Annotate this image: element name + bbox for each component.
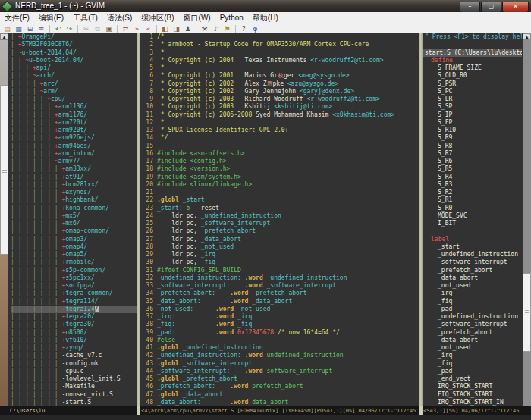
replace-button[interactable]: ⇄ [121, 25, 130, 33]
redo-button[interactable]: ↷ [64, 25, 74, 33]
tree-dir-item[interactable]: | | | | | | +arm720t/ [11, 119, 137, 127]
menu-item-3[interactable]: 工具(T) [68, 12, 102, 24]
taglist-tag-item[interactable]: _data_abort [425, 337, 522, 344]
taglist-tag-item[interactable]: S_R3 [425, 181, 522, 189]
tree-file-item[interactable]: | | | | | | | -start.S [11, 399, 137, 406]
tree-dir-item[interactable]: | | | | | | | +u8500/ [11, 329, 137, 337]
tree-dir-item[interactable]: | | | | | | | +exynos/ [11, 189, 137, 196]
tree-dir-item[interactable]: | | | | | | +arm1136/ [11, 103, 137, 111]
taglist-tag-item[interactable]: S_R8 [425, 143, 522, 150]
tree-dir-item[interactable]: | +STM32F030C8T6/ [11, 41, 137, 49]
code-line[interactable]: 1/* [140, 33, 419, 41]
taglist-tag-item[interactable]: S_R4 [425, 174, 522, 181]
code-line[interactable]: 20#include <linux/linkage.h> [140, 181, 419, 189]
taglist-tag-item[interactable]: _software_interrupt [425, 321, 522, 328]
taglist-tag-item[interactable]: S_IP [425, 111, 522, 119]
menu-item-1[interactable]: 文件(F) [0, 12, 34, 24]
taglist-tag-item[interactable]: MODE_SVC [425, 212, 522, 220]
open-button[interactable]: ▤ [2, 25, 12, 33]
taglist-tag-item[interactable]: _not_used [425, 344, 522, 352]
code-line[interactable]: 32_undefined_instruction: .word _undefin… [140, 274, 419, 282]
run-script-button[interactable]: ♟ [183, 25, 193, 33]
taglist-tag-item[interactable]: IRQ_STACK_START [425, 383, 522, 390]
find-next-button[interactable]: » [132, 25, 142, 33]
taglist-tag-item[interactable]: _end_vect [425, 375, 522, 383]
taglist-tag-item[interactable]: FIQ_STACK_START [425, 391, 522, 399]
help-button[interactable]: ? [239, 25, 249, 33]
tree-dir-item[interactable]: | | | | | | | +at91/ [11, 174, 137, 181]
tree-file-item[interactable]: | | | | | | | -config.mk [11, 360, 137, 368]
code-line[interactable]: 16#include <asm-offsets.h> [140, 150, 419, 158]
tree-dir-item[interactable]: | | | | | | | +tegra-common/ [11, 290, 137, 297]
title-bar[interactable]: NERD_tree_1 - (~) - GVIM –▢✕ [0, 0, 531, 12]
code-line[interactable]: 36_not_used: .word _not_used [140, 306, 419, 313]
code-line[interactable]: 6 * Copyright (c) 2001 Marius Gr枚ger <ma… [140, 72, 419, 80]
tree-file-item[interactable]: | | | | | | | -nonsec_virt.S [11, 391, 137, 399]
tree-dir-item[interactable]: | | | | | | | +rmobile/ [11, 259, 137, 266]
code-line[interactable]: 40#else [140, 337, 419, 344]
nerdtree-panel[interactable]: | +OrangePi/| +STM32F030C8T6/| ~u-boot-2… [8, 33, 137, 406]
taglist-tag-item[interactable]: _pad [425, 368, 522, 375]
left-scrollbar-thumb[interactable] [0, 85, 8, 255]
tree-dir-item[interactable]: | | | ~arch/ [11, 72, 137, 80]
tag-jump-button[interactable]: ⚑ [222, 25, 232, 33]
tree-dir-item[interactable]: | | | | | | +arm1176/ [11, 111, 137, 119]
tree-dir-item[interactable]: | | | | | | | +socfpga/ [11, 282, 137, 290]
taglist-tag-item[interactable]: _software_interrupt [425, 259, 522, 266]
tree-dir-item[interactable]: | | | | | | | +omap4/ [11, 243, 137, 251]
taglist-tag-item[interactable]: S_R5 [425, 165, 522, 173]
find-help-button[interactable]: φ [250, 25, 260, 33]
code-line[interactable]: 9 * Copyright (c) 2003 Richard Woodruff … [140, 96, 419, 103]
code-line[interactable]: 11 * Copyright (c) 2006-2008 Syed Mohamm… [140, 111, 419, 119]
menu-item-7[interactable]: Python [215, 12, 248, 24]
code-line[interactable]: 18#include <version.h> [140, 165, 419, 173]
code-line[interactable]: 8 * Copyright (c) 2002 Gary Jennejohn <g… [140, 88, 419, 96]
code-line[interactable]: 19#include <asm/system.h> [140, 174, 419, 181]
taglist-tag-item[interactable]: _data_abort [425, 274, 522, 282]
code-line[interactable]: 7 * Copyright (c) 2002 Alex Z眉pke <azu@s… [140, 80, 419, 88]
tree-dir-item[interactable]: | | ~u-boot-2014.04/ [11, 57, 137, 64]
taglist-tag-item[interactable]: S_R10 [425, 127, 522, 134]
code-line[interactable]: 37_irq: .word _irq [140, 313, 419, 321]
code-line[interactable]: 31#ifdef CONFIG_SPL_BUILD [140, 267, 419, 274]
code-line[interactable]: 33_software_interrupt: .word _software_i… [140, 282, 419, 290]
tree-dir-item[interactable]: | | | | | | | +omap5/ [11, 251, 137, 259]
command-line[interactable] [0, 415, 531, 420]
taglist-tag-item[interactable]: S_R6 [425, 158, 522, 165]
tree-file-item[interactable]: | | | | | | | -Makefile [11, 383, 137, 390]
taglist-tag-item[interactable]: I_BIT [425, 220, 522, 227]
taglist-tag-item[interactable]: _undefined_instruction [425, 251, 522, 259]
tree-dir-item[interactable]: | | | | | | | +zynq/ [11, 344, 137, 352]
taglist-tag-item[interactable]: S_R9 [425, 134, 522, 142]
scroll-up-arrow[interactable]: ▲ [523, 33, 531, 40]
tree-dir-item[interactable]: | | | | | | | +omap-common/ [11, 227, 137, 235]
code-line[interactable]: 38_fiq: .word _fiq [140, 321, 419, 328]
taglist-tag-item[interactable]: _prefetch_abort [425, 329, 522, 337]
code-line[interactable]: 3 * [140, 49, 419, 57]
tree-dir-item[interactable]: | | | | | | | +s5pc1xx/ [11, 274, 137, 282]
taglist-tag-item[interactable]: S_OLD_R0 [425, 72, 522, 80]
code-line[interactable]: 39_pad: .word 0x12345678 /* now 16*4=64 … [140, 329, 419, 337]
tree-file-item[interactable]: | | | | | | | -cpu.c [11, 368, 137, 375]
taglist-tag-item[interactable]: _prefetch_abort [425, 267, 522, 274]
code-line[interactable]: 26 ldr pc, _prefetch_abort [140, 227, 419, 235]
code-line[interactable]: 13 * SPDX-License-Identifier: GPL-2.0+ [140, 127, 419, 134]
print-button[interactable]: ≡ [36, 25, 46, 33]
code-line[interactable]: 45.globl _prefetch_abort [140, 375, 419, 383]
tree-dir-item[interactable]: | | | | | | +arm926ejs/ [11, 134, 137, 142]
load-session-button[interactable]: ◧ [160, 25, 170, 33]
taglist-tag-item[interactable]: _undefined_instruction [425, 313, 522, 321]
taglist-tag-item[interactable]: S_PSR [425, 80, 522, 88]
tree-dir-item[interactable]: | | | | | | +arm_intcm/ [11, 150, 137, 158]
taglist-tag-item[interactable]: _pad [425, 306, 522, 313]
taglist-tag-item[interactable]: IRQ_STACK_START_IN [425, 399, 522, 406]
taglist-tag-item[interactable]: _irq [425, 352, 522, 359]
menu-item-8[interactable]: 帮助(H) [248, 12, 283, 24]
tree-dir-item[interactable]: | | | | | | | +am33xx/ [11, 165, 137, 173]
tree-dir-item[interactable]: | | | | | | | +tegra30/ [11, 321, 137, 328]
taglist-tag-item[interactable]: S_FRAME_SIZE [425, 64, 522, 72]
scroll-up-arrow[interactable]: ▲ [0, 33, 8, 40]
tree-file-item[interactable]: | | | | | | | -lowlevel_init.S [11, 375, 137, 383]
tree-dir-item[interactable]: | ~u-boot-2014.04/ [11, 49, 137, 57]
tree-dir-item[interactable]: | | | | | | | +mx5/ [11, 212, 137, 220]
